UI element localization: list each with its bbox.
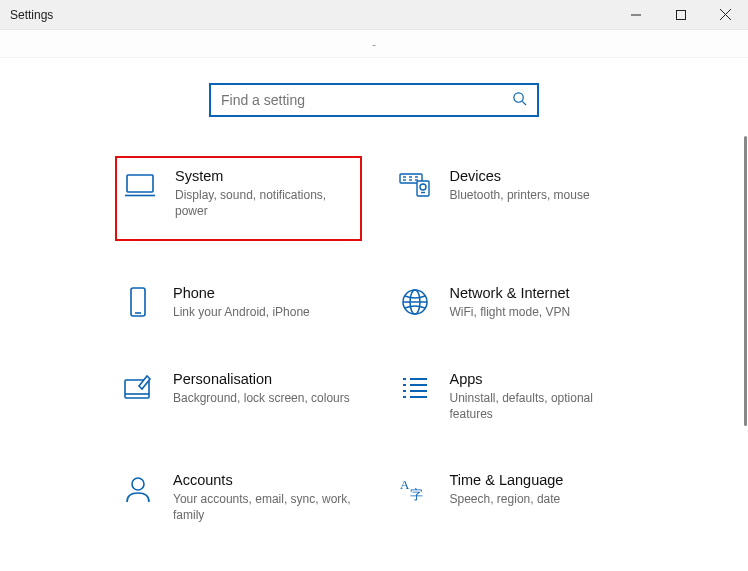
tile-phone[interactable]: Phone Link your Android, iPhone (115, 279, 362, 326)
window-title: Settings (10, 8, 53, 22)
tile-desc: Your accounts, email, sync, work, family (173, 491, 353, 523)
tile-desc: Bluetooth, printers, mouse (450, 187, 590, 203)
tile-devices[interactable]: Devices Bluetooth, printers, mouse (392, 162, 639, 241)
tile-accounts[interactable]: Accounts Your accounts, email, sync, wor… (115, 466, 362, 529)
tile-label: System (175, 168, 354, 184)
svg-text:A: A (400, 477, 410, 492)
phone-icon (121, 285, 155, 319)
window-titlebar: Settings (0, 0, 748, 30)
close-button[interactable] (703, 0, 748, 29)
header-strip: - (0, 30, 748, 58)
tile-desc: Link your Android, iPhone (173, 304, 310, 320)
tile-label: Devices (450, 168, 590, 184)
svg-rect-18 (131, 288, 145, 316)
svg-rect-1 (676, 10, 685, 19)
tile-label: Personalisation (173, 371, 350, 387)
tile-time[interactable]: A 字 Time & Language Speech, region, date (392, 466, 639, 529)
tile-desc: Background, lock screen, colours (173, 390, 350, 406)
tile-desc: Speech, region, date (450, 491, 564, 507)
search-input[interactable] (221, 92, 501, 108)
svg-point-4 (514, 92, 523, 101)
tile-label: Apps (450, 371, 630, 387)
personalisation-icon (121, 371, 155, 405)
tile-network[interactable]: Network & Internet WiFi, flight mode, VP… (392, 279, 639, 326)
tile-system[interactable]: System Display, sound, notifications, po… (115, 156, 362, 241)
tile-label: Network & Internet (450, 285, 571, 301)
tile-apps[interactable]: Apps Uninstall, defaults, optional featu… (392, 365, 639, 428)
svg-point-33 (132, 478, 144, 490)
tile-label: Phone (173, 285, 310, 301)
display-icon (123, 168, 157, 202)
minimize-button[interactable] (613, 0, 658, 29)
globe-icon (398, 285, 432, 319)
tile-desc: WiFi, flight mode, VPN (450, 304, 571, 320)
tile-label: Accounts (173, 472, 353, 488)
svg-rect-15 (417, 181, 429, 196)
search-wrap (0, 58, 748, 117)
devices-icon (398, 168, 432, 202)
tile-label: Time & Language (450, 472, 564, 488)
tile-desc: Uninstall, defaults, optional features (450, 390, 630, 422)
search-box[interactable] (209, 83, 539, 117)
settings-content: System Display, sound, notifications, po… (0, 58, 748, 571)
tile-personalisation[interactable]: Personalisation Background, lock screen,… (115, 365, 362, 428)
apps-icon (398, 371, 432, 405)
svg-text:字: 字 (410, 487, 423, 502)
tile-desc: Display, sound, notifications, power (175, 187, 354, 219)
svg-rect-6 (127, 175, 153, 192)
window-controls (613, 0, 748, 29)
maximize-button[interactable] (658, 0, 703, 29)
accounts-icon (121, 472, 155, 506)
search-icon (512, 91, 527, 110)
settings-grid: System Display, sound, notifications, po… (0, 117, 748, 529)
time-language-icon: A 字 (398, 472, 432, 506)
svg-line-5 (522, 101, 526, 105)
scrollbar[interactable] (744, 136, 747, 426)
